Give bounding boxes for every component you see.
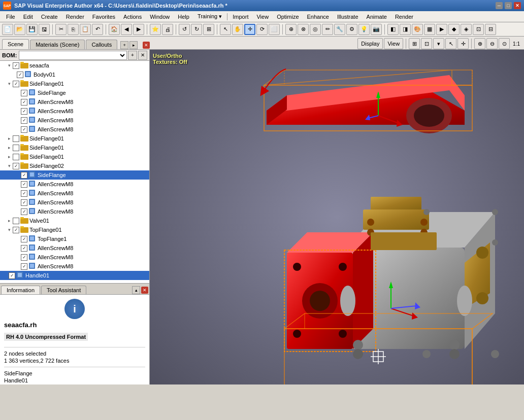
extra1-button[interactable]: ◆ <box>448 24 460 35</box>
menu-animate[interactable]: Animate <box>363 13 391 21</box>
hand-button[interactable]: ✋ <box>232 24 243 35</box>
tab-close-button[interactable]: ✕ <box>143 42 150 49</box>
tree-checkbox-8[interactable] <box>21 126 27 133</box>
tree-expand-23[interactable] <box>14 263 20 269</box>
menu-render2[interactable]: Render <box>391 13 417 21</box>
zoom-button[interactable]: ⟳ <box>256 24 268 35</box>
minimize-button[interactable]: ─ <box>496 2 503 9</box>
new-button[interactable]: 📄 <box>2 24 13 35</box>
tree-expand-12[interactable]: ▾ <box>6 163 12 169</box>
tree-checkbox-21[interactable] <box>21 245 27 252</box>
save-as-button[interactable]: 🖫 <box>39 24 50 35</box>
tree-expand-13[interactable] <box>14 172 20 178</box>
rotate-left-button[interactable]: ↺ <box>179 24 190 35</box>
tree-item-9[interactable]: ▸SideFlange01 <box>0 134 149 143</box>
tree-checkbox-11[interactable] <box>13 154 19 160</box>
print-button[interactable]: 🖨 <box>162 24 173 35</box>
menu-file[interactable]: File <box>2 13 19 21</box>
menu-actions[interactable]: Actions <box>119 13 146 21</box>
tree-expand-17[interactable] <box>14 208 20 215</box>
view2-button[interactable]: View <box>384 38 403 49</box>
tree-item-19[interactable]: ▾TopFlange01 <box>0 225 149 234</box>
tree-checkbox-5[interactable] <box>21 99 27 106</box>
tree-container[interactable]: ▾seaacfaBodyv01▾SideFlange01SideFlangeAl… <box>0 61 149 283</box>
tree-item-21[interactable]: AllenScrewM8 <box>0 243 149 253</box>
tree-expand-24[interactable] <box>2 272 8 278</box>
tree-item-23[interactable]: AllenScrewM8 <box>0 262 149 271</box>
tree-checkbox-1[interactable] <box>13 62 19 69</box>
menu-import[interactable]: Import <box>228 13 252 21</box>
tree-expand-15[interactable] <box>14 190 20 196</box>
menu-create[interactable]: Create <box>37 13 62 21</box>
tree-item-22[interactable]: AllenScrewM8 <box>0 253 149 262</box>
tree-checkbox-15[interactable] <box>21 190 27 197</box>
tree-checkbox-24[interactable] <box>9 272 15 279</box>
tab-scene[interactable]: Scene <box>2 39 29 49</box>
tree-item-6[interactable]: AllenScrewM8 <box>0 107 149 116</box>
zoom-in-button[interactable]: ⊕ <box>474 38 485 49</box>
tree-item-24[interactable]: Handle01 <box>0 271 149 280</box>
menu-training[interactable]: Training ▾ <box>193 12 226 21</box>
tree-checkbox-3[interactable] <box>13 81 19 87</box>
section-button[interactable]: ⊗ <box>298 24 309 35</box>
move-button[interactable]: ✛ <box>244 24 255 35</box>
tree-expand-4[interactable] <box>14 90 20 96</box>
menu-render[interactable]: Render <box>62 13 88 21</box>
tree-item-3[interactable]: ▾SideFlange01 <box>0 79 149 88</box>
3d-viewport[interactable]: User/Ortho Textures: Off <box>150 50 524 384</box>
maximize-button[interactable]: □ <box>505 2 512 9</box>
info-expand-button[interactable]: ▴ <box>132 286 140 294</box>
light-button[interactable]: 💡 <box>358 24 370 35</box>
explode-button[interactable]: ◎ <box>310 24 321 35</box>
tree-checkbox-7[interactable] <box>21 117 27 124</box>
tree-checkbox-16[interactable] <box>21 199 27 206</box>
fit-button[interactable]: ⊞ <box>203 24 214 35</box>
bom-add-button[interactable]: + <box>128 51 137 60</box>
tree-item-4[interactable]: SideFlange <box>0 88 149 97</box>
menu-illustrate[interactable]: Illustrate <box>333 13 363 21</box>
tree-checkbox-14[interactable] <box>21 181 27 188</box>
menu-enhance[interactable]: Enhance <box>303 13 333 21</box>
tree-checkbox-19[interactable] <box>13 227 19 233</box>
display-button[interactable]: Display <box>357 38 383 49</box>
tree-expand-14[interactable] <box>14 181 20 187</box>
tree-checkbox-6[interactable] <box>21 108 27 115</box>
tree-item-16[interactable]: AllenScrewM8 <box>0 198 149 207</box>
save-button[interactable]: 💾 <box>26 24 38 35</box>
menu-window[interactable]: Window <box>146 13 174 21</box>
tree-item-20[interactable]: TopFlange1 <box>0 234 149 243</box>
tree-item-18[interactable]: ▸Valve01 <box>0 216 149 225</box>
tree-checkbox-20[interactable] <box>21 236 27 242</box>
menu-optimize[interactable]: Optimize <box>273 13 303 21</box>
zoom-fit-button[interactable]: ⊙ <box>499 38 510 49</box>
tree-checkbox-13[interactable] <box>21 172 27 179</box>
tree-item-1[interactable]: ▾seaacfa <box>0 61 149 70</box>
tree-expand-11[interactable]: ▸ <box>6 154 12 160</box>
tree-item-13[interactable]: SideFlange <box>0 170 149 180</box>
tab-materials[interactable]: Materials (Scene) <box>30 40 85 49</box>
info-close-button[interactable]: ✕ <box>141 287 148 294</box>
tab-add-button[interactable]: + <box>120 41 128 49</box>
tree-checkbox-18[interactable] <box>13 218 19 224</box>
bom-dropdown[interactable] <box>19 51 127 60</box>
tree-item-11[interactable]: ▸SideFlange01 <box>0 152 149 161</box>
extra4-button[interactable]: ⊟ <box>485 24 496 35</box>
back-button[interactable]: ◀ <box>121 24 132 35</box>
snap2-button[interactable]: ⊞ <box>409 38 420 49</box>
tree-checkbox-17[interactable] <box>21 208 27 215</box>
layer-button[interactable]: ◧ <box>387 24 399 35</box>
info-tab-information[interactable]: Information <box>1 286 40 294</box>
tree-item-17[interactable]: AllenScrewM8 <box>0 207 149 216</box>
tree-expand-20[interactable] <box>14 236 20 242</box>
home-button[interactable]: 🏠 <box>109 24 120 35</box>
tree-expand-19[interactable]: ▾ <box>6 227 12 233</box>
tree-expand-1[interactable]: ▾ <box>6 62 12 68</box>
pointer-button[interactable]: ↖ <box>220 24 231 35</box>
stop-button[interactable]: ⬜ <box>269 24 280 35</box>
move2-button[interactable]: ✛ <box>457 38 469 49</box>
tree-checkbox-9[interactable] <box>13 135 19 142</box>
grid-button[interactable]: ⊡ <box>421 38 432 49</box>
tree-item-12[interactable]: ▾SideFlange02 <box>0 161 149 170</box>
forward-button[interactable]: ▶ <box>133 24 144 35</box>
tree-expand-21[interactable] <box>14 245 20 251</box>
